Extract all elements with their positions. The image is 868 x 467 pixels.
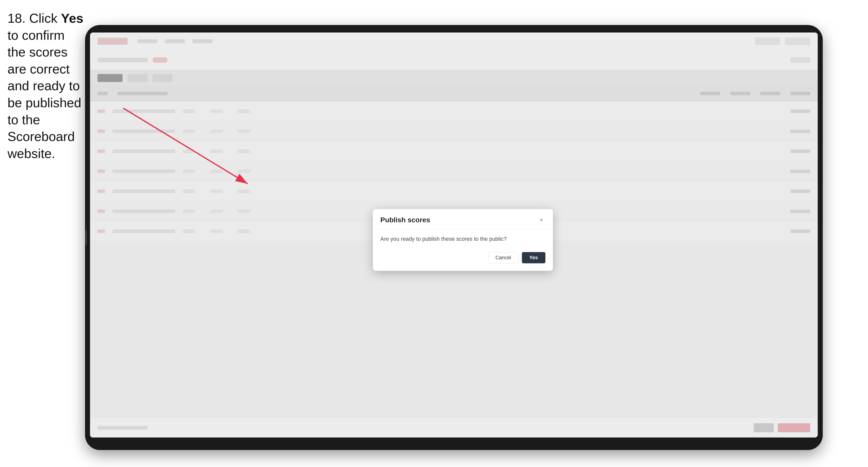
- instruction-body: to confirm the scores are correct and re…: [7, 28, 81, 161]
- dialog-message: Are you ready to publish these scores to…: [380, 235, 546, 243]
- yes-keyword: Yes: [61, 11, 84, 26]
- dialog-close-button[interactable]: ×: [537, 216, 546, 224]
- tablet-screen: Publish scores × Are you ready to publis…: [90, 32, 818, 437]
- tablet-frame: Publish scores × Are you ready to publis…: [85, 25, 823, 450]
- instruction-text: 18. Click Yes to confirm the scores are …: [7, 10, 85, 162]
- dialog-body: Are you ready to publish these scores to…: [373, 229, 553, 271]
- dialog-actions: Cancel Yes: [380, 252, 546, 263]
- yes-button[interactable]: Yes: [522, 252, 546, 263]
- dialog-header: Publish scores ×: [373, 209, 553, 229]
- dialog-title: Publish scores: [380, 216, 430, 224]
- cancel-button[interactable]: Cancel: [488, 252, 518, 263]
- publish-scores-dialog: Publish scores × Are you ready to publis…: [373, 209, 553, 271]
- tablet-side-button: [85, 230, 87, 245]
- step-number: 18. Click: [7, 11, 61, 26]
